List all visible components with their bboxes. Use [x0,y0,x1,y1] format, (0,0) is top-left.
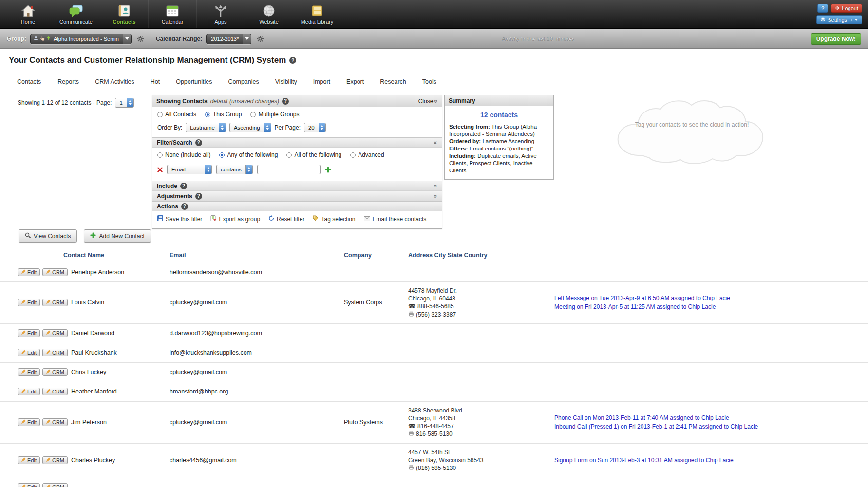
page-number-stepper[interactable]: 1 [115,98,133,108]
tab-reports[interactable]: Reports [52,75,85,89]
remove-criterion-icon[interactable] [157,167,163,172]
tab-research[interactable]: Research [374,75,412,89]
calendar-settings-gear-icon[interactable] [255,34,265,44]
tab-tools[interactable]: Tools [416,75,442,89]
crm-button[interactable]: CRM [42,329,68,337]
tab-hot[interactable]: Hot [145,75,166,89]
tab-crm-activities[interactable]: CRM Activities [89,75,140,89]
edit-button[interactable]: Edit [18,268,40,276]
row-buttons-cell: EditCRM [18,388,71,395]
tab-export[interactable]: Export [340,75,370,89]
add-new-contact-button[interactable]: Add New Contact [84,229,151,243]
group-settings-gear-icon[interactable] [135,34,145,44]
order-direction-select[interactable]: Ascending [229,123,271,132]
order-by-stepper[interactable] [219,123,226,132]
logout-button[interactable]: Logout [831,4,862,13]
per-page-stepper[interactable]: 20 [304,123,326,132]
title-help-icon[interactable] [289,57,296,64]
actions-help-icon[interactable] [181,203,188,210]
export-as-group-link[interactable]: Export as group [210,215,260,223]
gear-icon [820,17,826,23]
add-criterion-icon[interactable] [325,167,331,173]
address-cell [408,328,554,338]
match-radio-none-include-all[interactable]: None (include all) [157,151,210,158]
filter-help-icon[interactable] [282,98,289,105]
edit-button[interactable]: Edit [18,418,40,426]
settings-button[interactable]: Settings [816,15,862,24]
nav-item-calendar[interactable]: Calendar [149,0,197,28]
include-collapse-icon[interactable] [433,184,439,187]
tab-import[interactable]: Import [307,75,336,89]
close-filter-panel-button[interactable]: Close [418,98,438,105]
summary-contact-count: 12 contacts [449,111,549,119]
tab-companies[interactable]: Companies [223,75,265,89]
activity-link[interactable]: Inbound Call (Pressed 1) on Fri 2013-Feb… [554,422,849,431]
adjustments-collapse-icon[interactable] [433,194,439,198]
group-select[interactable]: Alpha Incorporated - Semin [30,34,132,44]
edit-button[interactable]: Edit [18,349,40,356]
crm-button[interactable]: CRM [42,268,68,276]
edit-button[interactable]: Edit [18,299,40,306]
match-radio-all-of-the-following[interactable]: All of the following [286,151,341,158]
nav-item-home[interactable]: Home [4,0,52,28]
page-stepper-arrows[interactable] [127,98,133,107]
order-by-label: Order By: [157,124,182,131]
order-direction-stepper[interactable] [264,123,271,132]
activity-link[interactable]: Meeting on Fri 2013-Apr-5 at 11:25 AM as… [554,302,849,311]
activity-link[interactable]: Left Message on Tue 2013-Apr-9 at 6:50 A… [554,294,849,302]
edit-button[interactable]: Edit [18,329,40,337]
include-help-icon[interactable] [180,183,187,189]
nav-item-contacts[interactable]: Contacts [100,0,149,28]
crm-button[interactable]: CRM [42,368,68,376]
email-these-contacts-link[interactable]: Email these contacts [364,216,427,223]
edit-button[interactable]: Edit [18,368,40,376]
calendar-range-arrow[interactable] [243,34,251,44]
criterion-value-input[interactable] [257,165,321,174]
settings-dropdown-arrow[interactable] [851,19,858,21]
reset-filter-link[interactable]: Reset filter [268,215,304,223]
nav-item-communicate[interactable]: Communicate [52,0,100,28]
help-button[interactable]: ? [817,4,828,13]
include-section-bar[interactable]: Include [152,181,442,191]
edit-button[interactable]: Edit [18,483,40,487]
filter-search-help-icon[interactable] [195,139,202,146]
crm-button[interactable]: CRM [42,456,68,464]
upgrade-button[interactable]: Upgrade Now! [811,33,861,45]
activity-link[interactable]: Signup Form on Sun 2013-Feb-3 at 10:31 A… [554,456,849,465]
match-radio-any-of-the-following[interactable]: Any of the following [219,151,278,158]
tab-contacts[interactable]: Contacts [11,75,47,89]
crm-button[interactable]: CRM [42,299,68,306]
criterion-field-stepper[interactable] [205,165,211,174]
scope-radio-this-group[interactable]: This Group [205,111,242,118]
filter-search-collapse-icon[interactable] [433,141,439,144]
edit-button[interactable]: Edit [18,456,40,464]
crm-button[interactable]: CRM [42,418,68,426]
nav-item-media-library[interactable]: Media Library [293,0,341,28]
calendar-range-select[interactable]: 2012-2013* [206,34,251,44]
filter-search-bar[interactable]: Filter/Search [152,137,442,148]
adjustments-help-icon[interactable] [195,193,202,200]
scope-radio-all-contacts[interactable]: All Contacts [157,111,196,118]
tag-selection-link[interactable]: Tag selection [313,215,355,223]
scope-radio-multiple-groups[interactable]: Multiple Groups [250,111,299,118]
nav-item-website[interactable]: Website [245,0,293,28]
tab-opportunities[interactable]: Opportunities [170,75,218,89]
match-radio-advanced[interactable]: Advanced [350,151,384,158]
criterion-field-select[interactable]: Email [167,165,212,174]
activity-link[interactable]: Phone Call on Mon 2013-Feb-11 at 7:40 AM… [554,413,849,422]
crm-button[interactable]: CRM [42,388,68,395]
criterion-operator-stepper[interactable] [245,165,252,174]
nav-item-apps[interactable]: Apps [197,0,245,28]
view-contacts-button[interactable]: View Contacts [19,229,77,243]
tab-visibility[interactable]: Visibility [269,75,303,89]
group-select-arrow[interactable] [123,34,131,44]
adjustments-section-bar[interactable]: Adjustments [152,191,442,201]
per-page-stepper-arrows[interactable] [319,123,325,132]
edit-button[interactable]: Edit [18,388,40,395]
crm-button[interactable]: CRM [42,349,68,356]
address-cell: 3488 Sherwood BlvdChicago, IL 44358☎816-… [408,402,554,443]
criterion-operator-select[interactable]: contains [216,165,253,174]
order-by-select[interactable]: Lastname [186,123,226,132]
crm-button[interactable]: CRM [42,483,68,487]
save-this-filter-link[interactable]: Save this filter [157,215,202,223]
